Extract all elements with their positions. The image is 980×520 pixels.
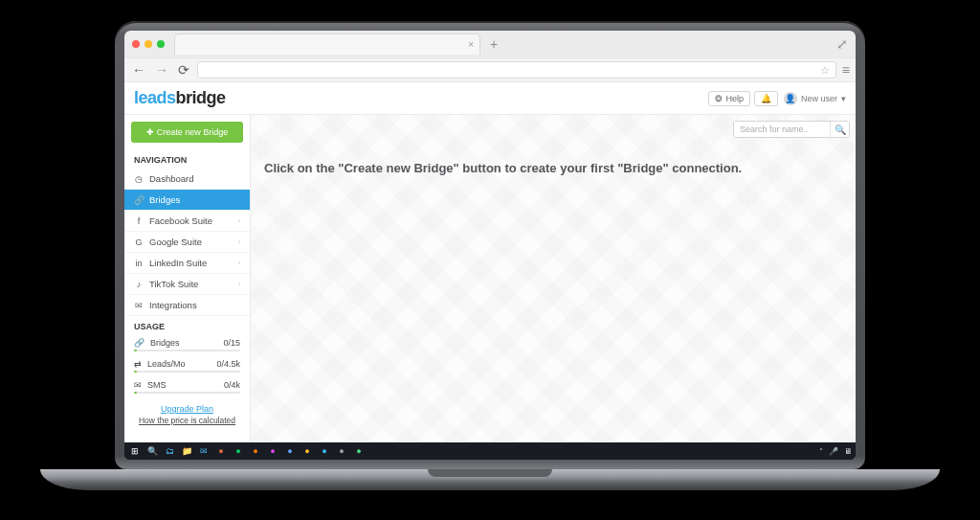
close-window-icon[interactable] [132,40,140,48]
help-icon: ❂ [715,94,723,103]
avatar-icon: 👤 [784,92,797,105]
usage-row-leads: ⇄Leads/Mo 0/4.5k [124,356,250,370]
chevron-down-icon: ▾ [841,94,846,103]
how-price-calculated-link[interactable]: How the price is calculated [124,416,250,429]
start-button[interactable]: ⊞ [128,444,142,458]
taskbar-app-icon[interactable]: ✉ [197,444,211,458]
chevron-right-icon: › [238,260,240,266]
bridges-icon: 🔗 [134,195,144,205]
sidebar-item-tiktok[interactable]: ♪ TikTok Suite › [124,274,250,295]
sidebar-item-label: Google Suite [149,237,202,247]
integrations-icon: ✉ [134,301,144,310]
taskbar-app-icon[interactable]: 🗂 [163,444,176,458]
search-button[interactable]: 🔍 [830,122,849,137]
sidebar: ✚ Create new Bridge NAVIGATION ◷ Dashboa… [124,115,251,442]
new-tab-button[interactable]: + [486,36,501,52]
usage-bar-bridges [134,350,240,351]
search-box: 🔍 [733,121,850,138]
logo-part-2: bridge [176,88,226,107]
reload-button[interactable]: ⟳ [176,62,191,78]
main-content: 🔍 Click on the "Create new Bridge" butto… [251,115,856,442]
upgrade-plan-link[interactable]: Upgrade Plan [124,398,250,416]
search-input[interactable] [734,122,830,137]
help-button[interactable]: ❂ Help [708,91,750,106]
sidebar-item-label: TikTok Suite [149,279,198,289]
sidebar-item-google[interactable]: G Google Suite › [124,232,250,253]
forward-button: → [153,62,170,78]
usage-row-sms: ✉SMS 0/4k [124,377,250,391]
taskbar-search-icon[interactable]: 🔍 [145,444,159,458]
usage-value: 0/15 [223,338,240,348]
usage-label: Bridges [150,338,180,348]
usage-value: 0/4k [224,380,240,390]
sidebar-item-bridges[interactable]: 🔗 Bridges [124,190,250,211]
tray-chevron-icon[interactable]: ˄ [819,447,823,456]
sidebar-item-integrations[interactable]: ✉ Integrations [124,295,250,316]
sms-icon: ✉ [134,380,142,390]
usage-row-bridges: 🔗Bridges 0/15 [124,335,250,349]
leads-icon: ⇄ [134,359,142,369]
bookmark-icon[interactable]: ☆ [820,64,830,77]
app-header: leadsbridge ❂ Help 🔔 👤 New user ▾ [124,82,856,115]
plus-icon: ✚ [146,127,154,137]
back-button[interactable]: ← [130,62,147,78]
sidebar-item-label: LinkedIn Suite [149,258,207,268]
tray-network-icon[interactable]: 🖥 [844,447,852,456]
linkedin-icon: in [134,259,144,268]
usage-bar-leads [134,371,240,373]
maximize-window-icon[interactable] [157,40,165,48]
facebook-icon: f [134,216,144,226]
tray-volume-icon[interactable]: 🎤 [829,447,838,456]
user-label: New user [801,94,837,103]
sidebar-item-label: Dashboard [149,173,193,184]
taskbar-app-icon[interactable]: 📁 [180,444,193,458]
empty-state-message: Click on the "Create new Bridge" button … [251,138,856,198]
sidebar-item-label: Integrations [149,300,197,310]
taskbar-app-icon[interactable]: ● [318,444,331,458]
close-tab-icon[interactable]: × [468,39,474,50]
chevron-right-icon: › [238,217,240,224]
taskbar-app-icon[interactable]: ● [214,444,228,458]
google-icon: G [134,237,144,247]
taskbar-app-icon[interactable]: ● [283,444,297,458]
sidebar-item-linkedin[interactable]: in LinkedIn Suite › [124,253,250,274]
create-new-bridge-button[interactable]: ✚ Create new Bridge [131,122,243,143]
usage-label: SMS [147,380,167,390]
browser-tab[interactable]: × [174,34,480,55]
sidebar-item-label: Facebook Suite [149,215,212,226]
bridges-icon: 🔗 [134,338,145,348]
logo[interactable]: leadsbridge [134,88,226,108]
minimize-window-icon[interactable] [145,40,152,48]
chevron-right-icon: › [238,238,240,245]
logo-part-1: leads [134,88,176,107]
bell-icon: 🔔 [761,94,771,103]
browser-menu-icon[interactable]: ≡ [842,62,850,78]
usage-bar-sms [134,392,240,394]
usage-label: Leads/Mo [147,359,186,369]
search-icon: 🔍 [835,124,846,135]
sidebar-item-dashboard[interactable]: ◷ Dashboard [124,169,250,190]
taskbar-app-icon[interactable]: ● [301,444,314,458]
usage-value: 0/4.5k [216,359,240,369]
browser-tabs-row: × + ⤢ [124,31,856,57]
navigation-title: NAVIGATION [124,149,250,169]
taskbar-app-icon[interactable]: ● [335,444,348,458]
user-menu[interactable]: 👤 New user ▾ [784,92,846,105]
laptop-notch [428,469,552,477]
create-label: Create new Bridge [157,127,229,137]
sidebar-item-label: Bridges [149,194,180,205]
notifications-button[interactable]: 🔔 [754,91,778,106]
help-label: Help [725,94,744,103]
taskbar-app-icon[interactable]: ● [352,444,366,458]
fullscreen-icon[interactable]: ⤢ [836,36,848,52]
usage-title: USAGE [124,316,250,335]
sidebar-item-facebook[interactable]: f Facebook Suite › [124,211,250,232]
browser-url-row: ← → ⟳ ☆ ≡ [124,57,856,82]
url-input[interactable]: ☆ [197,61,836,79]
os-taskbar: ⊞ 🔍 🗂 📁 ✉ ● ● ● ● ● ● ● ● ● ˄ 🎤 🖥 [124,442,856,460]
taskbar-app-icon[interactable]: ● [232,444,245,458]
taskbar-app-icon[interactable]: ● [266,444,279,458]
tiktok-icon: ♪ [134,280,144,289]
taskbar-app-icon[interactable]: ● [249,444,262,458]
window-controls [132,40,165,48]
